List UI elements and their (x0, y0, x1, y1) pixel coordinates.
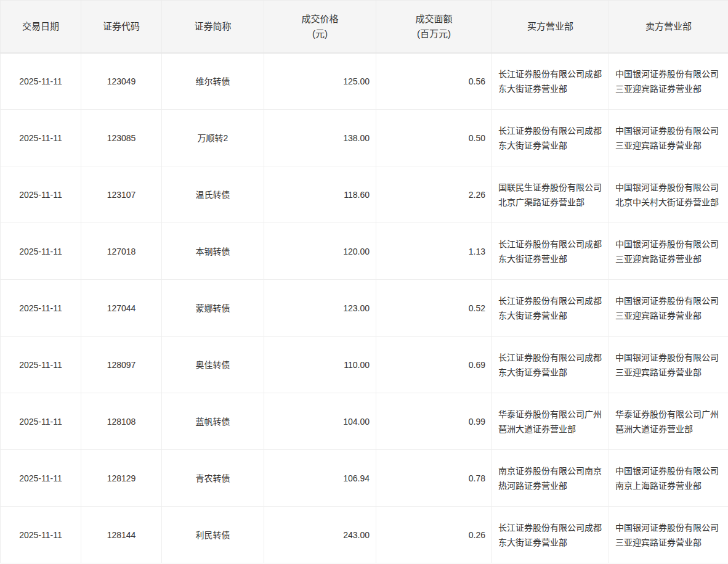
cell-date: 2025-11-11 (1, 166, 81, 223)
table-header: 交易日期 证券代码 证券简称 成交价格 (元) 成交面额 (百万元) 买方营业部… (1, 1, 728, 53)
cell-buyer: 长江证券股份有限公司成都东大街证券营业部 (492, 507, 609, 563)
cell-buyer: 华泰证券股份有限公司广州琶洲大道证券营业部 (492, 393, 609, 450)
cell-price: 120.00 (264, 223, 376, 280)
cell-price: 118.60 (264, 166, 376, 223)
cell-code: 127018 (81, 223, 162, 280)
cell-name: 青农转债 (162, 450, 264, 507)
cell-seller: 中国银河证券股份有限公司三亚迎宾路证券营业部 (609, 337, 728, 393)
cell-price: 123.00 (264, 280, 376, 337)
cell-buyer: 国联民生证券股份有限公司北京广渠路证券营业部 (492, 166, 609, 223)
column-header-security-name: 证券简称 (162, 1, 264, 53)
table-row: 2025-11-11128129青农转债106.940.78南京证券股份有限公司… (1, 450, 728, 507)
cell-name: 本钢转债 (162, 223, 264, 280)
cell-buyer: 长江证券股份有限公司成都东大街证券营业部 (492, 110, 609, 166)
cell-code: 128144 (81, 507, 162, 563)
cell-amount: 0.52 (376, 280, 492, 337)
cell-code: 128129 (81, 450, 162, 507)
cell-name: 温氏转债 (162, 166, 264, 223)
cell-seller: 中国银河证券股份有限公司三亚迎宾路证券营业部 (609, 223, 728, 280)
cell-code: 128108 (81, 393, 162, 450)
cell-amount: 0.26 (376, 507, 492, 563)
cell-seller: 华泰证券股份有限公司广州琶洲大道证券营业部 (609, 393, 728, 450)
table-row: 2025-11-11127018本钢转债120.001.13长江证券股份有限公司… (1, 223, 728, 280)
cell-code: 123049 (81, 53, 162, 110)
table-row: 2025-11-11128144利民转债243.000.26长江证券股份有限公司… (1, 507, 728, 563)
cell-amount: 0.78 (376, 450, 492, 507)
cell-amount: 2.26 (376, 166, 492, 223)
cell-price: 243.00 (264, 507, 376, 563)
column-header-trade-date: 交易日期 (1, 1, 81, 53)
cell-price: 106.94 (264, 450, 376, 507)
table-row: 2025-11-11128097奥佳转债110.000.69长江证券股份有限公司… (1, 337, 728, 393)
cell-price: 110.00 (264, 337, 376, 393)
cell-seller: 中国银河证券股份有限公司南京上海路证券营业部 (609, 450, 728, 507)
column-header-seller-branch: 卖方营业部 (609, 1, 728, 53)
cell-date: 2025-11-11 (1, 337, 81, 393)
cell-buyer: 长江证券股份有限公司成都东大街证券营业部 (492, 223, 609, 280)
column-header-security-code: 证券代码 (81, 1, 162, 53)
cell-price: 138.00 (264, 110, 376, 166)
column-header-buyer-branch: 买方营业部 (492, 1, 609, 53)
cell-price: 125.00 (264, 53, 376, 110)
cell-amount: 1.13 (376, 223, 492, 280)
table-row: 2025-11-11123085万顺转2138.000.50长江证券股份有限公司… (1, 110, 728, 166)
column-header-trade-amount: 成交面额 (百万元) (376, 1, 492, 53)
cell-code: 123107 (81, 166, 162, 223)
cell-code: 128097 (81, 337, 162, 393)
cell-buyer: 长江证券股份有限公司成都东大街证券营业部 (492, 280, 609, 337)
cell-buyer: 长江证券股份有限公司成都东大街证券营业部 (492, 337, 609, 393)
cell-date: 2025-11-11 (1, 53, 81, 110)
cell-date: 2025-11-11 (1, 450, 81, 507)
cell-amount: 0.50 (376, 110, 492, 166)
cell-seller: 中国银河证券股份有限公司三亚迎宾路证券营业部 (609, 110, 728, 166)
cell-buyer: 长江证券股份有限公司成都东大街证券营业部 (492, 53, 609, 110)
cell-buyer: 南京证券股份有限公司南京热河路证券营业部 (492, 450, 609, 507)
cell-date: 2025-11-11 (1, 280, 81, 337)
cell-name: 维尔转债 (162, 53, 264, 110)
cell-name: 奥佳转债 (162, 337, 264, 393)
cell-date: 2025-11-11 (1, 223, 81, 280)
cell-date: 2025-11-11 (1, 393, 81, 450)
block-trades-table: 交易日期 证券代码 证券简称 成交价格 (元) 成交面额 (百万元) 买方营业部… (0, 0, 728, 563)
cell-amount: 0.56 (376, 53, 492, 110)
cell-name: 蓝帆转债 (162, 393, 264, 450)
cell-code: 123085 (81, 110, 162, 166)
cell-seller: 中国银河证券股份有限公司三亚迎宾路证券营业部 (609, 53, 728, 110)
table-row: 2025-11-11123107温氏转债118.602.26国联民生证券股份有限… (1, 166, 728, 223)
header-row: 交易日期 证券代码 证券简称 成交价格 (元) 成交面额 (百万元) 买方营业部… (1, 1, 728, 53)
cell-seller: 中国银河证券股份有限公司三亚迎宾路证券营业部 (609, 507, 728, 563)
cell-amount: 0.99 (376, 393, 492, 450)
table-row: 2025-11-11123049维尔转债125.000.56长江证券股份有限公司… (1, 53, 728, 110)
cell-seller: 中国银河证券股份有限公司三亚迎宾路证券营业部 (609, 280, 728, 337)
cell-name: 蒙娜转债 (162, 280, 264, 337)
cell-name: 利民转债 (162, 507, 264, 563)
cell-price: 104.00 (264, 393, 376, 450)
table-row: 2025-11-11128108蓝帆转债104.000.99华泰证券股份有限公司… (1, 393, 728, 450)
cell-date: 2025-11-11 (1, 507, 81, 563)
cell-name: 万顺转2 (162, 110, 264, 166)
cell-seller: 中国银河证券股份有限公司北京中关村大街证券营业部 (609, 166, 728, 223)
column-header-trade-price: 成交价格 (元) (264, 1, 376, 53)
cell-amount: 0.69 (376, 337, 492, 393)
table-row: 2025-11-11127044蒙娜转债123.000.52长江证券股份有限公司… (1, 280, 728, 337)
table-body: 2025-11-11123049维尔转债125.000.56长江证券股份有限公司… (1, 53, 728, 563)
cell-code: 127044 (81, 280, 162, 337)
cell-date: 2025-11-11 (1, 110, 81, 166)
